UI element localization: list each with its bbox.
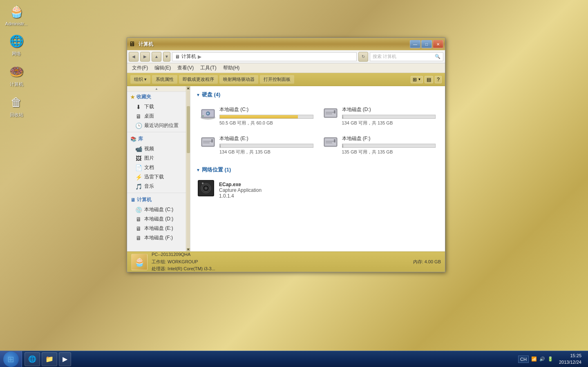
preview-button[interactable]: ▤	[425, 76, 433, 83]
drive-d-item[interactable]: 本地磁盘 (D:) 134 GB 可用，共 135 GB	[320, 103, 439, 129]
network-label: 网络	[12, 51, 21, 57]
close-button[interactable]: ✕	[433, 40, 443, 48]
drives-section-header[interactable]: ▼ 硬盘 (4)	[194, 89, 442, 100]
drive-e-item[interactable]: 本地磁盘 (E:) 134 GB 可用，共 135 GB	[197, 132, 316, 158]
status-info-right: 内存: 4.00 GB	[413, 258, 441, 266]
pictures-label: 图片	[144, 155, 154, 162]
menu-file[interactable]: 文件(F)	[129, 64, 151, 72]
documents-label: 文档	[144, 164, 154, 171]
desktop-icon-network[interactable]: 🌐 网络	[0, 29, 33, 60]
sidebar-item-drive-c[interactable]: 💿 本地磁盘 (C:)	[127, 205, 186, 214]
maximize-button[interactable]: □	[421, 40, 432, 48]
clock-time: 15:25	[559, 353, 581, 359]
clock-date: 2013/12/24	[559, 359, 581, 365]
desktop-icon-admin[interactable]: 🧁 Administr...	[0, 0, 33, 29]
forward-button[interactable]: ▶	[140, 52, 150, 62]
view-options[interactable]: ⊞ ▼	[411, 76, 423, 83]
ecap-version: 1.0.1.4	[219, 193, 262, 199]
taskbar-item-explorer[interactable]: 📁	[42, 352, 57, 366]
organize-button[interactable]: 组织 ▾	[130, 75, 150, 84]
favorites-header[interactable]: ★ 收藏夹	[127, 92, 186, 102]
desktop-icon-computer[interactable]: 🍩 计算机	[0, 60, 33, 91]
scroll-thumb[interactable]	[187, 106, 190, 153]
drive-c-item[interactable]: C 本地磁盘 (C:) 50.5 GB 可用，共 60.0 GB	[197, 103, 316, 129]
start-button[interactable]: ⊞	[0, 351, 22, 367]
sidebar-item-pictures[interactable]: 🖼 图片	[127, 153, 186, 163]
scroll-arrow-up[interactable]: ▲	[187, 87, 190, 90]
sidebar-item-desktop[interactable]: 🖥 桌面	[127, 111, 186, 121]
divider-2	[127, 193, 186, 193]
toolbar: 组织 ▾ 系统属性 即载或更改程序 映射网络驱动器 打开控制面板 ⊞ ▼ ▤ ?	[127, 73, 445, 86]
library-header[interactable]: 📚 库	[127, 134, 186, 144]
help-icon: ?	[437, 77, 440, 82]
title-bar: 🖥 计算机 — □ ✕	[127, 38, 445, 50]
desktop-icon-area: 🧁 Administr... 🌐 网络 🍩 计算机 🗑 回收站	[0, 0, 33, 121]
search-box[interactable]: 搜索 计算机 🔍	[370, 52, 443, 61]
search-placeholder: 搜索 计算机	[373, 53, 396, 60]
sidebar-item-videos[interactable]: 📹 视频	[127, 144, 186, 153]
maximize-icon: □	[425, 42, 428, 47]
downloads-icon: ⬇	[135, 104, 142, 110]
menu-edit[interactable]: 编辑(E)	[151, 64, 174, 72]
sidebar-item-recent[interactable]: 🕒 最近访问的位置	[127, 121, 186, 130]
computer-icon: 🍩	[8, 63, 25, 80]
sidebar-item-drive-d[interactable]: 🖥 本地磁盘 (D:)	[127, 214, 186, 224]
desktop-icon-recycle[interactable]: 🗑 回收站	[0, 91, 33, 121]
sidebar-wrapper: ▲ ★ 收藏夹 ⬇ 下载 🖥 桌	[127, 86, 190, 251]
svg-rect-20	[326, 142, 332, 143]
menu-view[interactable]: 查看(V)	[174, 64, 197, 72]
battery-icon: 🔋	[548, 356, 553, 362]
toolbar-right: ⊞ ▼ ▤ ?	[411, 76, 442, 83]
drive-f-item[interactable]: 本地磁盘 (F:) 135 GB 可用，共 135 GB	[320, 132, 439, 158]
svg-rect-15	[203, 142, 210, 143]
drive-c-size: 50.5 GB 可用，共 60.0 GB	[219, 120, 313, 126]
system-properties-button[interactable]: 系统属性	[152, 75, 177, 84]
media-icon: ▶	[63, 355, 67, 363]
drives-triangle-icon: ▼	[196, 93, 200, 97]
menu-help[interactable]: 帮助(H)	[220, 64, 243, 72]
library-label: 库	[138, 136, 143, 142]
star-icon: ★	[130, 94, 135, 100]
sidebar-item-xunlei[interactable]: ⚡ 迅雷下载	[127, 172, 186, 182]
help-button[interactable]: ?	[435, 76, 442, 83]
computer-header[interactable]: 🖥 计算机	[127, 195, 186, 205]
map-drive-button[interactable]: 映射网络驱动器	[219, 75, 258, 84]
address-path[interactable]: 🖥 计算机 ▶	[172, 52, 357, 61]
refresh-button[interactable]: ↻	[358, 52, 368, 62]
sidebar-item-drive-f[interactable]: 🖥 本地磁盘 (F:)	[127, 233, 186, 242]
menu-tools[interactable]: 工具(T)	[197, 64, 219, 72]
forward-icon: ▶	[143, 54, 147, 59]
processor: 处理器: Intel(R) Core(TM) i3-3...	[152, 265, 215, 273]
favorites-label: 收藏夹	[136, 93, 151, 100]
scroll-arrow-down[interactable]: ▼	[187, 248, 190, 251]
sidebar-item-downloads[interactable]: ⬇ 下载	[127, 102, 186, 111]
taskbar-item-ie[interactable]: 🌐	[25, 352, 40, 366]
drive-e-size: 134 GB 可用，共 135 GB	[219, 149, 313, 155]
dropdown-arrow[interactable]: ▼	[163, 52, 170, 62]
taskbar-clock[interactable]: 15:25 2013/12/24	[556, 353, 585, 365]
volume-icon[interactable]: 🔊	[539, 356, 545, 362]
back-button[interactable]: ◀	[129, 52, 139, 62]
taskbar-item-media[interactable]: ▶	[59, 352, 71, 366]
minimize-button[interactable]: —	[410, 40, 420, 48]
scroll-track[interactable]	[187, 90, 190, 247]
music-label: 音乐	[144, 183, 154, 190]
close-icon: ✕	[436, 42, 440, 47]
sidebar-item-drive-e[interactable]: 🖥 本地磁盘 (E:)	[127, 224, 186, 233]
up-button[interactable]: ▲	[152, 52, 161, 62]
sidebar-item-music[interactable]: 🎵 音乐	[127, 182, 186, 191]
drive-e-info: 本地磁盘 (E:) 134 GB 可用，共 135 GB	[219, 135, 313, 155]
status-avatar: 🧁	[131, 254, 148, 270]
back-icon: ◀	[132, 54, 135, 59]
drive-e-icon: 🖥	[135, 225, 142, 232]
sidebar-scrollbar[interactable]: ▲ ▼	[186, 86, 190, 251]
uninstall-button[interactable]: 即载或更改程序	[179, 75, 218, 84]
lang-indicator[interactable]: CH	[518, 356, 529, 363]
network-item-ecap[interactable]: ECap.exe Capture Application 1.0.1.4	[194, 177, 442, 203]
drive-d-size: 134 GB 可用，共 135 GB	[342, 120, 436, 126]
scroll-up-area[interactable]: ▲	[127, 86, 186, 92]
sidebar-item-documents[interactable]: 📄 文档	[127, 163, 186, 172]
network-section-header[interactable]: ▼ 网络位置 (1)	[194, 165, 442, 175]
drives-section-title: 硬盘 (4)	[202, 91, 221, 98]
control-panel-button[interactable]: 打开控制面板	[260, 75, 294, 84]
